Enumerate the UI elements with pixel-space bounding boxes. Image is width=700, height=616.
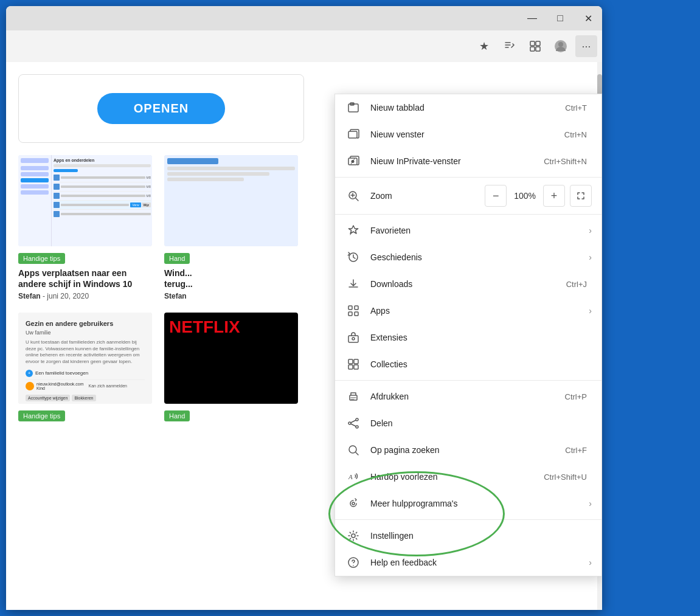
more-options-button[interactable]: ··· xyxy=(575,35,597,57)
article-thumb-3: Gezin en andere gebruikers Uw familie U … xyxy=(18,313,152,404)
more-icon: ··· xyxy=(581,40,591,53)
person-action-buttons: Accounttype wijzigen Blokkeren xyxy=(26,395,145,401)
menu-item-share[interactable]: Delen xyxy=(335,410,601,437)
collections-label: Collecties xyxy=(370,359,592,369)
read-aloud-shortcut: Ctrl+Shift+U xyxy=(544,472,587,482)
openen-button[interactable]: OPENEN xyxy=(97,93,225,124)
menu-item-zoom: Zoom − 100% + xyxy=(335,180,601,212)
menu-item-help[interactable]: Help en feedback › xyxy=(335,549,601,576)
menu-item-downloads[interactable]: Downloads Ctrl+J xyxy=(335,271,601,297)
inprivate-label: Nieuw InPrivate-venster xyxy=(370,156,544,166)
downloads-shortcut: Ctrl+J xyxy=(566,280,587,289)
downloads-icon xyxy=(345,275,362,292)
svg-rect-25 xyxy=(348,365,353,369)
apps-arrow: › xyxy=(589,306,592,316)
extensions-label: Extensies xyxy=(370,333,592,342)
article-card-4[interactable]: NETFLIX Hand xyxy=(164,313,298,425)
article-card-1[interactable]: Apps en onderdelen MB xyxy=(18,155,152,300)
print-shortcut: Ctrl+P xyxy=(565,392,587,401)
svg-rect-24 xyxy=(354,359,358,364)
zoom-increase-button[interactable]: + xyxy=(543,185,565,207)
zoom-icon xyxy=(345,187,362,204)
family-subtitle: Uw familie xyxy=(26,330,145,336)
svg-rect-23 xyxy=(348,359,353,364)
svg-rect-9 xyxy=(348,131,357,138)
svg-point-35 xyxy=(352,534,355,538)
change-account-type-btn[interactable]: Accounttype wijzigen xyxy=(26,395,70,401)
block-btn[interactable]: Blokkeren xyxy=(72,395,95,401)
settings-icon xyxy=(345,527,362,544)
menu-item-settings[interactable]: Instellingen xyxy=(335,522,601,549)
help-arrow: › xyxy=(589,558,592,567)
zoom-expand-button[interactable] xyxy=(570,185,592,207)
menu-item-more-tools[interactable]: Meer hulpprogramma's › xyxy=(335,490,601,517)
svg-rect-0 xyxy=(530,41,535,46)
svg-point-34 xyxy=(352,502,355,505)
menu-item-history[interactable]: Geschiedenis › xyxy=(335,244,601,271)
menu-item-new-tab[interactable]: Nieuw tabblad Ctrl+T xyxy=(335,94,601,121)
new-window-icon xyxy=(345,126,362,143)
family-add-label: Een familielid toevoegen xyxy=(35,370,88,376)
menu-item-extensions[interactable]: Extensies xyxy=(335,324,601,351)
window-controls: — □ ✕ xyxy=(518,6,602,30)
family-screenshot: Gezin en andere gebruikers Uw familie U … xyxy=(18,313,152,404)
collections-menu-icon xyxy=(345,356,362,373)
minimize-button[interactable]: — xyxy=(518,6,546,30)
menu-item-read-aloud[interactable]: A Hardop voorlezen Ctrl+Shift+U xyxy=(335,463,601,490)
family-add-row: + Een familielid toevoegen xyxy=(26,370,145,377)
zoom-label: Zoom xyxy=(370,191,485,201)
history-arrow: › xyxy=(589,252,592,262)
read-aloud-icon: A xyxy=(345,468,362,485)
article-tag-4: Hand xyxy=(164,410,190,421)
help-icon xyxy=(345,554,362,571)
divider-4 xyxy=(335,519,601,520)
dropdown-menu: Nieuw tabblad Ctrl+T Nieuw venster Ctrl+… xyxy=(334,94,602,576)
menu-item-print[interactable]: Afdrukken Ctrl+P xyxy=(335,383,601,410)
maximize-button[interactable]: □ xyxy=(546,6,574,30)
new-tab-icon xyxy=(345,99,362,116)
close-button[interactable]: ✕ xyxy=(574,6,602,30)
svg-text:A: A xyxy=(348,473,353,480)
share-icon xyxy=(345,415,362,432)
article-thumb-1: Apps en onderdelen MB xyxy=(18,155,152,246)
svg-rect-3 xyxy=(536,47,540,51)
new-tab-shortcut: Ctrl+T xyxy=(565,103,587,112)
family-title: Gezin en andere gebruikers xyxy=(26,320,145,327)
collections-icon[interactable] xyxy=(524,35,546,57)
menu-item-collections[interactable]: Collecties xyxy=(335,351,601,378)
bookmark-icon[interactable]: ★ xyxy=(473,35,495,57)
svg-rect-1 xyxy=(536,41,540,46)
help-label: Help en feedback xyxy=(370,558,589,567)
article-author-2: Stefan xyxy=(164,292,298,300)
article-card-3[interactable]: Gezin en andere gebruikers Uw familie U … xyxy=(18,313,152,425)
menu-item-find[interactable]: Op pagina zoeken Ctrl+F xyxy=(335,437,601,463)
divider-3 xyxy=(335,380,601,381)
add-icon: + xyxy=(26,370,33,377)
svg-rect-18 xyxy=(355,306,358,310)
history-icon xyxy=(345,249,362,266)
netflix-thumb: NETFLIX xyxy=(164,313,298,404)
article-title-2[interactable]: Wind...terug... xyxy=(164,268,298,289)
svg-line-32 xyxy=(356,452,358,455)
menu-item-apps[interactable]: Apps › xyxy=(335,297,601,324)
svg-point-5 xyxy=(558,42,563,47)
menu-item-favorites[interactable]: Favorieten › xyxy=(335,217,601,244)
article-card-2[interactable]: Hand Wind...terug... Stefan xyxy=(164,155,298,300)
menu-item-inprivate[interactable]: Nieuw InPrivate-venster Ctrl+Shift+N xyxy=(335,148,601,175)
profile-icon[interactable] xyxy=(550,35,572,57)
article-title-1[interactable]: Apps verplaatsen naar een andere schijf … xyxy=(18,268,152,289)
new-window-label: Nieuw venster xyxy=(370,130,564,139)
content-area: OPENEN xyxy=(6,62,602,610)
more-tools-icon xyxy=(345,495,362,512)
article-thumb-4: NETFLIX xyxy=(164,313,298,404)
inprivate-shortcut: Ctrl+Shift+N xyxy=(544,157,587,166)
zoom-decrease-button[interactable]: − xyxy=(485,185,507,207)
downloads-label: Downloads xyxy=(370,279,566,289)
menu-item-new-window[interactable]: Nieuw venster Ctrl+N xyxy=(335,121,601,148)
article-tag-2: Hand xyxy=(164,253,190,264)
find-icon xyxy=(345,441,362,459)
family-desc: U kunt toestaan dat familieleden zich aa… xyxy=(26,339,145,365)
reading-list-icon[interactable] xyxy=(499,35,521,57)
extensions-icon xyxy=(345,329,362,346)
find-label: Op pagina zoeken xyxy=(370,445,565,455)
